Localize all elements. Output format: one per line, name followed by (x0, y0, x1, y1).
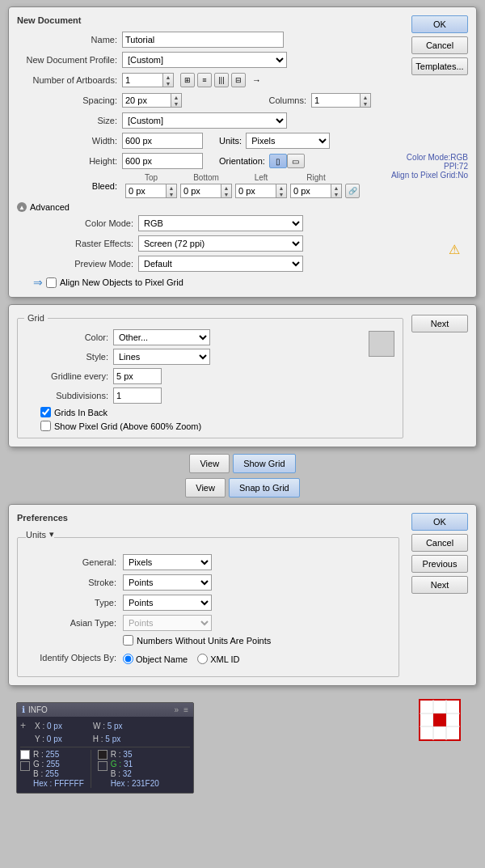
profile-label: New Document Profile: (17, 55, 122, 65)
orientation-label: Orientation: (219, 156, 269, 166)
units-select[interactable]: Pixels (246, 133, 330, 149)
info-colors-row: R : 255 G : 255 B : 255 Hex : FFFFFF (20, 750, 190, 788)
stroke-select[interactable]: Points (123, 574, 212, 591)
snap-to-grid-button[interactable]: Snap to Grid (229, 478, 300, 498)
bleed-top-label: Top (145, 173, 158, 182)
show-pixel-checkbox[interactable] (40, 421, 51, 431)
info-menu-icon[interactable]: ≡ (183, 705, 188, 714)
spacing-down[interactable]: ▼ (171, 100, 181, 107)
info-color2-icon (98, 750, 108, 771)
gridline-input[interactable] (113, 368, 162, 384)
new-document-dialog: New Document OK Cancel Templates... Name… (8, 6, 477, 298)
name-input[interactable] (122, 32, 284, 48)
col-icon[interactable]: ||| (214, 73, 229, 87)
columns-input[interactable] (311, 93, 360, 108)
spacing-spinbox[interactable]: ▲ ▼ (122, 92, 182, 108)
subdivisions-input[interactable] (113, 387, 162, 404)
pref-cancel-button[interactable]: Cancel (411, 534, 468, 552)
columns-down[interactable]: ▼ (361, 100, 370, 107)
xml-id-radio[interactable] (197, 654, 208, 664)
artboards-spinbox[interactable]: ▲ ▼ (122, 72, 174, 88)
view-button-2[interactable]: View (185, 478, 226, 498)
advanced-toggle[interactable]: ▲ Advanced (17, 202, 468, 212)
artboards-input[interactable] (122, 73, 162, 87)
pref-previous-button[interactable]: Previous (411, 555, 468, 573)
info-xy-row: + X : 0 px W : 5 px (20, 720, 190, 731)
bleed-label: Bleed: (17, 181, 122, 191)
bleed-top-arrows[interactable]: ▲▼ (166, 184, 177, 198)
spacing-arrows[interactable]: ▲ ▼ (171, 93, 182, 108)
show-pixel-label: Show Pixel Grid (Above 600% Zoom) (54, 421, 201, 431)
bleed-top-input[interactable] (125, 184, 166, 198)
info-color1-icon (20, 750, 30, 771)
grid-color-row: Color: Other... (24, 329, 396, 345)
bleed-bottom-arrows[interactable]: ▲▼ (221, 184, 232, 198)
stroke-label: Stroke: (26, 578, 123, 587)
cancel-button[interactable]: Cancel (411, 36, 468, 54)
spacing-input[interactable] (122, 93, 171, 108)
numbers-checkbox[interactable] (123, 635, 133, 646)
preview-mode-select[interactable]: Default (138, 256, 303, 272)
grids-in-back-checkbox[interactable] (40, 407, 51, 417)
show-grid-button[interactable]: Show Grid (233, 454, 295, 473)
artboards-label: Number of Artboards: (17, 75, 122, 85)
width-input[interactable] (122, 133, 203, 149)
info-panel-title: INFO (28, 705, 48, 714)
pixel-align-checkbox[interactable] (46, 277, 57, 288)
templates-button[interactable]: Templates... (411, 57, 468, 75)
units-label: Units: (219, 136, 246, 146)
object-name-radio[interactable] (123, 654, 133, 664)
asian-type-label: Asian Type: (26, 618, 123, 628)
radio-row: Object Name XML ID (123, 654, 239, 664)
pref-ok-button[interactable]: OK (411, 513, 468, 531)
landscape-button[interactable]: ▭ (287, 154, 305, 168)
columns-arrows[interactable]: ▲ ▼ (360, 93, 371, 108)
spacing-up[interactable]: ▲ (171, 94, 181, 100)
columns-spinbox[interactable]: ▲ ▼ (311, 92, 371, 108)
subdivisions-row: Subdivisions: (24, 387, 396, 404)
info-color2: R : 35 G : 31 B : 32 Hex : 231F20 (98, 750, 159, 788)
info-h: H : 5 px (93, 735, 120, 743)
ok-button[interactable]: OK (411, 15, 468, 33)
grid-next-button[interactable]: Next (411, 315, 468, 332)
row-icon[interactable]: ≡ (197, 73, 212, 87)
name-label: Name: (17, 35, 122, 44)
arrange-icon[interactable]: ⊟ (231, 73, 246, 87)
bleed-right-arrows[interactable]: ▲▼ (331, 184, 342, 198)
bleed-right-input[interactable] (290, 184, 331, 198)
info-expand-icon[interactable]: » (175, 705, 179, 714)
info-x-value: 0 px (47, 722, 62, 730)
artboards-down[interactable]: ▼ (163, 80, 173, 87)
info-hex2: Hex : 231F20 (111, 779, 159, 788)
columns-up[interactable]: ▲ (361, 94, 370, 100)
info-plus-icon: + (20, 720, 30, 731)
portrait-button[interactable]: ▯ (269, 154, 287, 168)
link-bleed-icon[interactable]: 🔗 (345, 184, 360, 198)
general-select[interactable]: Pixels (123, 554, 212, 570)
pref-next-button[interactable]: Next (411, 576, 468, 594)
grid-icon[interactable]: ⊞ (180, 73, 195, 87)
dialog-title: New Document (17, 15, 468, 25)
info-y: Y : 0 px (35, 735, 62, 743)
numbers-label: Numbers Without Units Are Points (137, 636, 271, 646)
type-select[interactable]: Points (123, 595, 212, 611)
grid-style-select[interactable]: Lines (113, 349, 210, 365)
info-color1: R : 255 G : 255 B : 255 Hex : FFFFFF (20, 750, 84, 788)
view-button-1[interactable]: View (189, 454, 230, 473)
height-input[interactable] (122, 153, 203, 169)
spacing-label: Spacing: (17, 95, 122, 105)
bleed-left-input[interactable] (235, 184, 276, 198)
artboards-up[interactable]: ▲ (163, 74, 173, 80)
bleed-bottom-input[interactable] (180, 184, 221, 198)
artboards-arrows[interactable]: ▲ ▼ (162, 73, 174, 87)
color-mode-select[interactable]: RGB (138, 215, 303, 231)
profile-select[interactable]: [Custom] (122, 52, 287, 68)
pref-buttons: OK Cancel Previous Next (411, 513, 468, 594)
grid-color-select[interactable]: Other... (113, 329, 210, 345)
bleed-left-arrows[interactable]: ▲▼ (276, 184, 287, 198)
raster-select[interactable]: Screen (72 ppi) (138, 235, 303, 252)
info-color2-vals: R : 35 G : 31 B : 32 Hex : 231F20 (111, 750, 159, 788)
advanced-content: Color Mode: RGB Raster Effects: Screen (… (17, 215, 468, 289)
size-select[interactable]: [Custom] (122, 112, 287, 129)
info-xy: X : 0 px W : 5 px (35, 722, 123, 730)
